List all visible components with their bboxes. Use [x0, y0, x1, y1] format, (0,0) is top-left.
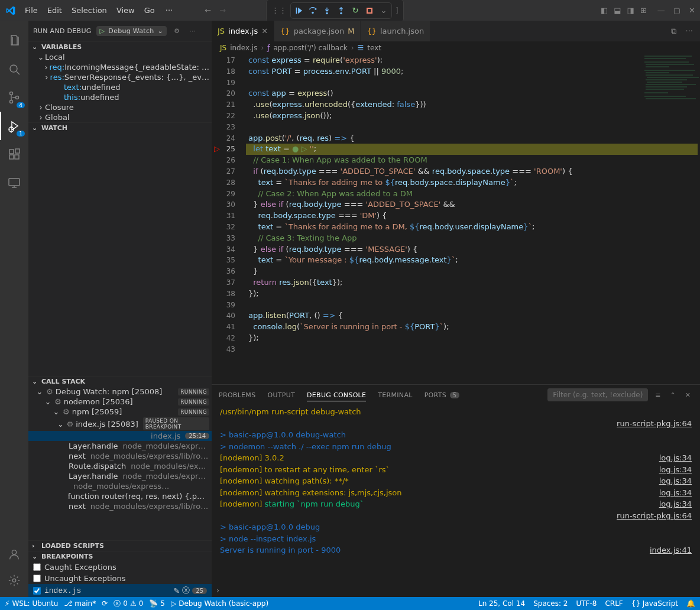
scope-global[interactable]: ›Global — [28, 112, 212, 122]
nav-forward-icon[interactable]: → — [217, 4, 228, 17]
stack-frame[interactable]: node_modules/express… — [28, 481, 212, 491]
overflow-icon[interactable]: ··· — [187, 25, 198, 37]
section-watch[interactable]: ⌄WATCH — [28, 123, 212, 133]
source-link[interactable]: run-script-pkg.js:64 — [617, 510, 692, 522]
section-callstack[interactable]: ⌄CALL STACK — [28, 377, 212, 387]
status-errors[interactable]: ⓧ0⚠0 — [114, 599, 143, 609]
source-link[interactable]: index.js:41 — [650, 544, 692, 556]
checkbox[interactable] — [33, 587, 41, 595]
accounts-icon[interactable] — [0, 544, 28, 565]
remote-explorer-icon[interactable] — [0, 168, 28, 197]
variable-row[interactable]: text: undefined — [28, 82, 212, 92]
step-out-button[interactable] — [335, 4, 348, 17]
stack-thread[interactable]: ⌄⚙ Debug Watch: npm [25008]RUNNING — [28, 387, 212, 397]
variable-row[interactable]: ›res: ServerResponse {_events: {…}, _ev… — [28, 72, 212, 82]
minimap[interactable] — [643, 54, 700, 125]
stack-frame[interactable]: nextnode_modules/express/lib/rout… — [28, 501, 212, 511]
stack-frame[interactable]: index.js25:14 — [28, 431, 212, 441]
filter-input[interactable] — [547, 388, 648, 401]
menu-file[interactable]: File — [20, 4, 43, 17]
status-debug[interactable]: ▷Debug Watch (basic-app) — [171, 599, 268, 608]
status-encoding[interactable]: UTF-8 — [576, 599, 597, 608]
clear-icon[interactable]: ≡ — [653, 389, 663, 401]
stack-frame[interactable]: Layer.handlenode_modules/expres… — [28, 471, 212, 481]
stack-frame[interactable]: function router(req, res, next) {.p… — [28, 491, 212, 501]
stack-frame[interactable]: nextnode_modules/express/lib/rout… — [28, 451, 212, 461]
minimize-button[interactable]: — — [655, 4, 667, 17]
debug-icon[interactable]: 1 — [0, 112, 28, 140]
panel-tab-problems[interactable]: PROBLEMS — [219, 391, 255, 399]
stack-frame[interactable]: Route.dispatchnode_modules/exp… — [28, 461, 212, 471]
status-remote[interactable]: ⚡WSL: Ubuntu — [5, 599, 58, 608]
restart-button[interactable]: ↻ — [349, 4, 362, 17]
source-link[interactable]: log.js:34 — [659, 452, 692, 464]
menu-selection[interactable]: Selection — [67, 4, 112, 17]
section-breakpoints[interactable]: ⌄BREAKPOINTS — [28, 551, 212, 562]
close-icon[interactable]: ✕ — [261, 27, 268, 35]
section-loaded-scripts[interactable]: ›LOADED SCRIPTS — [28, 541, 212, 551]
expand-icon[interactable]: ⌃ — [668, 389, 678, 401]
editor-body[interactable]: 1718192021222324▷25262728293031323334353… — [212, 54, 700, 384]
bell-icon[interactable]: 🔔 — [686, 599, 695, 608]
layout-sidebar-icon[interactable]: ◧ — [598, 4, 610, 17]
step-over-button[interactable] — [306, 4, 319, 17]
editor-tab[interactable]: {}launch.json — [361, 21, 430, 41]
status-ports[interactable]: 📡5 — [149, 599, 165, 608]
source-link[interactable]: log.js:34 — [659, 464, 692, 476]
status-eol[interactable]: CRLF — [605, 599, 623, 608]
scope-local[interactable]: ⌄Local — [28, 52, 212, 62]
status-cursor[interactable]: Ln 25, Col 14 — [478, 599, 525, 608]
status-spaces[interactable]: Spaces: 2 — [533, 599, 568, 608]
source-link[interactable]: log.js:34 — [659, 487, 692, 499]
panel-tab-debug-console[interactable]: DEBUG CONSOLE — [307, 391, 366, 401]
compare-icon[interactable]: ⧉ — [669, 24, 679, 38]
panel-tab-terminal[interactable]: TERMINAL — [378, 391, 412, 399]
editor-tab[interactable]: JSindex.js✕ — [212, 21, 274, 41]
nav-back-icon[interactable]: ← — [202, 4, 213, 17]
source-link[interactable]: log.js:34 — [659, 475, 692, 487]
menu-view[interactable]: View — [112, 4, 140, 17]
variable-row[interactable]: ›req: IncomingMessage {_readableState: … — [28, 62, 212, 72]
stack-thread[interactable]: ⌄⚙ index.js [25083]PAUSED ON BREAKPOINT — [28, 417, 212, 431]
status-language[interactable]: {} JavaScript — [631, 599, 678, 608]
crumb-file[interactable]: index.js — [230, 44, 257, 52]
crumb-text[interactable]: text — [367, 44, 381, 52]
continue-button[interactable] — [292, 4, 305, 17]
debug-config-selector[interactable]: ▷ Debug Watch ⌄ — [96, 26, 167, 36]
stack-thread[interactable]: ⌄⚙ npm [25059]RUNNING — [28, 407, 212, 417]
gear-icon[interactable]: ⚙ — [171, 25, 182, 37]
status-branch[interactable]: ⎇main* — [64, 599, 96, 608]
menu-overflow-icon[interactable]: ··· — [161, 4, 177, 17]
close-window-button[interactable]: ✕ — [686, 4, 698, 17]
step-into-button[interactable] — [320, 4, 333, 17]
panel-tab-ports[interactable]: PORTS5 — [424, 391, 459, 399]
menu-go[interactable]: Go — [140, 4, 160, 17]
crumb-func[interactable]: app.post('/') callback — [273, 44, 347, 52]
menu-edit[interactable]: Edit — [43, 4, 67, 17]
edit-icon[interactable]: ✎ — [173, 586, 180, 595]
bp-uncaught[interactable]: Uncaught Exceptions — [28, 573, 212, 584]
layout-custom-icon[interactable]: ⊞ — [638, 4, 649, 17]
close-icon[interactable]: ⓧ — [182, 585, 190, 596]
scope-closure[interactable]: ›Closure — [28, 102, 212, 112]
close-panel-icon[interactable]: ✕ — [683, 389, 693, 401]
tab-overflow-icon[interactable]: ··· — [683, 24, 695, 38]
checkbox[interactable] — [33, 563, 41, 571]
stack-thread[interactable]: ⌄⚙ nodemon [25036]RUNNING — [28, 397, 212, 407]
debug-dropdown-icon[interactable]: ⌄ — [377, 4, 390, 17]
source-link[interactable]: log.js:34 — [659, 498, 692, 510]
explorer-icon[interactable] — [0, 27, 28, 55]
section-variables[interactable]: ⌄VARIABLES — [28, 42, 212, 52]
repl-chevron-icon[interactable]: › — [216, 586, 219, 595]
breadcrumb[interactable]: JS index.js › ƒ app.post('/') callback ›… — [212, 41, 700, 54]
stop-button[interactable] — [363, 4, 376, 17]
stack-frame[interactable]: Layer.handlenode_modules/expres… — [28, 441, 212, 451]
layout-panel-icon[interactable]: ⬓ — [611, 4, 623, 17]
panel-tab-output[interactable]: OUTPUT — [267, 391, 295, 399]
bp-file[interactable]: index.js ✎ ⓧ 25 — [28, 584, 212, 597]
checkbox[interactable] — [33, 575, 41, 582]
scm-icon[interactable]: 4 — [0, 83, 28, 112]
layout-right-icon[interactable]: ◨ — [625, 4, 637, 17]
status-sync[interactable]: ⟳ — [102, 599, 108, 608]
maximize-button[interactable]: ▢ — [671, 4, 683, 17]
